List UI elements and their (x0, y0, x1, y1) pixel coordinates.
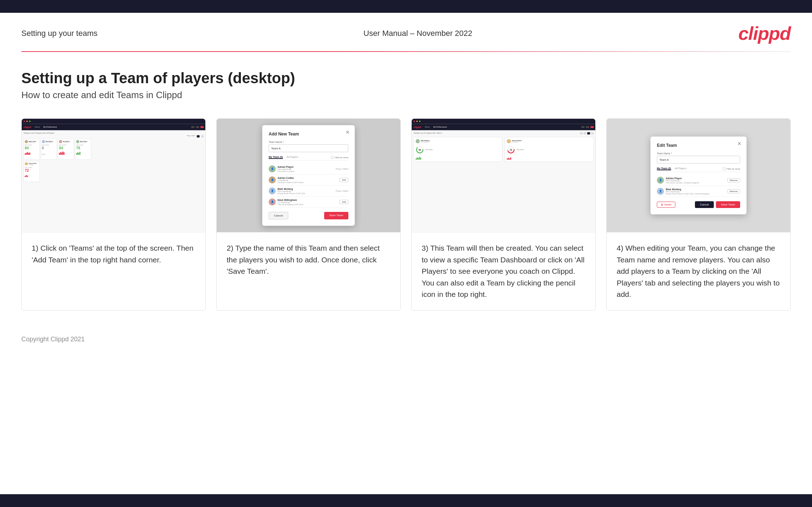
screenshot-2: Add New Team ✕ Team Name * Team A My Tea… (217, 119, 400, 233)
dialog-footer: Cancel Save Team (269, 212, 348, 219)
player-added-label: Player Added (336, 190, 348, 192)
player-row: 👤 Adrian Player Plus Handicap The Shire … (269, 164, 348, 175)
player-row: 👤 Dave Billingham 1.5 Handicap The Sing … (269, 197, 348, 208)
card-1: clippd Home My Performance Viewing 4 out… (21, 118, 206, 311)
manual-title: User Manual – November 2022 (364, 29, 473, 38)
page-title: Setting up a Team of players (desktop) (21, 70, 791, 87)
footer: Copyright Clippd 2021 (0, 332, 812, 357)
player-added-label: Player Added (336, 168, 348, 170)
cancel-button[interactable]: Cancel (269, 212, 288, 219)
screenshot-3: clippd Home My Performance Viewing 2 out… (412, 119, 595, 233)
screenshot-1: clippd Home My Performance Viewing 4 out… (22, 119, 205, 233)
card-2-text: 2) Type the name of this Team and then s… (217, 233, 400, 287)
dialog-close-icon[interactable]: ✕ (346, 129, 350, 135)
edit-dialog-footer: 🗑 Delete Cancel Save Team (657, 201, 740, 208)
card-3: clippd Home My Performance Viewing 2 out… (411, 118, 596, 311)
dialog-title: Add New Team (269, 132, 348, 137)
clippd-logo: clippd (738, 23, 791, 44)
screenshot-4: Edit Team ✕ Team Name * Team A My Team (… (607, 119, 790, 233)
save-team-button[interactable]: Save Team (324, 212, 348, 219)
player-list: 👤 Adrian Player Plus Handicap The Shire … (269, 164, 348, 208)
edit-filter-label: Filter by name (727, 168, 740, 170)
bottom-bar (0, 494, 812, 507)
copyright-text: Copyright Clippd 2021 (21, 336, 85, 343)
edit-player-tabs: My Team (2) All Players Filter by name (657, 167, 740, 172)
filter-label: Filter by name (335, 156, 348, 159)
page-title-section: Setting up a Team of players (desktop) H… (0, 52, 812, 111)
delete-team-button[interactable]: 🗑 Delete (657, 202, 675, 208)
card-3-text: 3) This Team will then be created. You c… (412, 233, 595, 310)
add-player-button[interactable]: Add (339, 178, 348, 182)
remove-player-button[interactable]: Remove (727, 178, 740, 182)
tab-my-team-edit[interactable]: My Team (2) (657, 167, 671, 170)
edit-team-dialog: Edit Team ✕ Team Name * Team A My Team (… (650, 137, 747, 214)
header: Setting up your teams User Manual – Nove… (0, 13, 812, 51)
edit-team-name-input[interactable]: Team A (657, 156, 740, 164)
svg-text:72: 72 (510, 149, 512, 151)
svg-text:94: 94 (418, 149, 421, 151)
tab-all-players[interactable]: All Players (286, 156, 298, 159)
save-team-button[interactable]: Save Team (716, 201, 740, 208)
remove-player-button[interactable]: Remove (727, 189, 740, 193)
edit-player-row: 👤 Adrian Player Plus Handicap The Shire … (657, 175, 740, 186)
edit-player-list: 👤 Adrian Player Plus Handicap The Shire … (657, 175, 740, 197)
card-1-text: 1) Click on 'Teams' at the top of the sc… (22, 233, 205, 276)
team-name-input[interactable]: Team A (269, 144, 348, 152)
edit-dialog-close-icon[interactable]: ✕ (737, 141, 742, 146)
top-bar (0, 0, 812, 13)
page-subtitle: How to create and edit Teams in Clippd (21, 90, 791, 101)
card-4: Edit Team ✕ Team Name * Team A My Team (… (606, 118, 791, 311)
add-team-dialog: Add New Team ✕ Team Name * Team A My Tea… (262, 125, 355, 226)
card-4-text: 4) When editing your Team, you can chang… (607, 233, 790, 310)
section-label: Setting up your teams (21, 29, 97, 38)
edit-player-row: 👤 Blair McHarg Plus Handicap Royal North… (657, 186, 740, 197)
player-tabs: My Team (2) All Players Filter by name (269, 156, 348, 161)
team-name-label: Team Name * (269, 141, 348, 143)
player-row: 👤 Adrian Coliba 1 Handicap Central Londo… (269, 175, 348, 186)
edit-cancel-button[interactable]: Cancel (695, 201, 714, 208)
card-2: Add New Team ✕ Team Name * Team A My Tea… (216, 118, 401, 311)
tab-my-team[interactable]: My Team (2) (269, 156, 283, 159)
player-row: 👤 Blair McHarg Plus Handicap Royal North… (269, 186, 348, 197)
edit-dialog-title: Edit Team (657, 143, 740, 148)
tab-all-players-edit[interactable]: All Players (675, 167, 686, 170)
add-player-button[interactable]: Add (339, 200, 348, 204)
cards-container: clippd Home My Performance Viewing 4 out… (0, 111, 812, 332)
edit-team-name-label: Team Name * (657, 152, 740, 155)
